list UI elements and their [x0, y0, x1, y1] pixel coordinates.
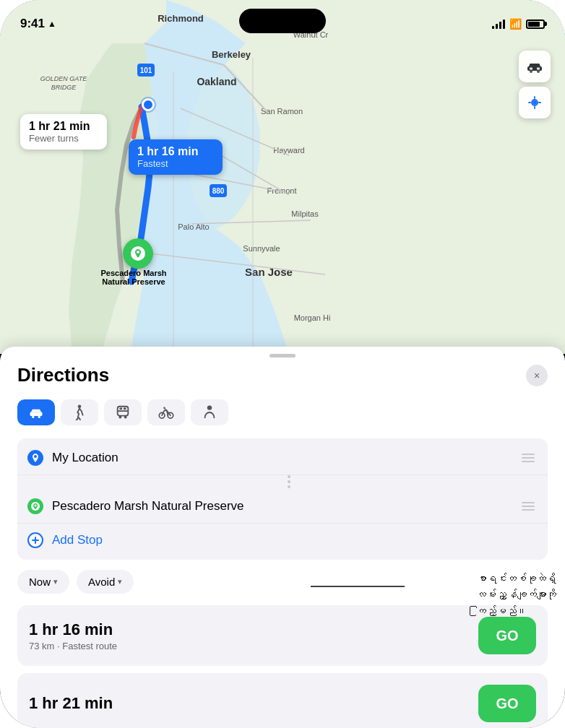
- avoid-label: Avoid: [88, 576, 115, 588]
- destination-handle-icon: [519, 499, 538, 514]
- current-location-dot: [142, 98, 155, 111]
- destination-label-text: Pescadero Marsh Natural Preserve: [52, 499, 510, 514]
- tab-transit[interactable]: [104, 399, 142, 425]
- tab-car[interactable]: [17, 399, 55, 425]
- close-icon: ×: [534, 370, 540, 381]
- destination-label: Pescadero Marsh Natural Preserve: [94, 269, 173, 286]
- svg-text:880: 880: [212, 187, 225, 195]
- go-label-2: GO: [496, 696, 518, 712]
- fastest-route-time: 1 hr 16 min: [137, 145, 214, 158]
- route-result-2[interactable]: 1 hr 21 min GO: [17, 673, 548, 728]
- route-result-1[interactable]: 1 hr 16 min 73 km · Fastest route GO: [17, 605, 548, 666]
- callout-annotation: စာရင်းတစ်ခုထဲရှိလမ်းညွှန်ချက်များကိုကြည့…: [477, 571, 556, 619]
- avoid-option[interactable]: Avoid ▾: [77, 570, 134, 594]
- map-car-view-button[interactable]: [519, 51, 551, 82]
- go-button-1[interactable]: GO: [478, 617, 536, 654]
- now-chevron-icon: ▾: [53, 577, 58, 586]
- route-label-fastest[interactable]: 1 hr 16 min Fastest: [129, 139, 223, 175]
- route-stops: My Location: [17, 438, 548, 560]
- bottom-sheet: Directions ×: [0, 347, 565, 728]
- battery-icon: [526, 20, 545, 29]
- svg-text:GOLDEN GATE: GOLDEN GATE: [40, 75, 87, 82]
- avoid-chevron-icon: ▾: [118, 577, 122, 586]
- svg-text:Sunnyvale: Sunnyvale: [243, 244, 280, 253]
- svg-point-39: [532, 100, 537, 105]
- svg-text:Oakland: Oakland: [197, 76, 236, 87]
- svg-rect-37: [530, 68, 532, 70]
- svg-rect-50: [119, 408, 122, 410]
- svg-point-55: [207, 405, 212, 410]
- directions-header: Directions ×: [17, 364, 548, 386]
- tab-walk[interactable]: [61, 399, 98, 425]
- fastest-route-desc: Fastest: [137, 158, 214, 169]
- go-label-1: GO: [496, 628, 518, 644]
- destination-pin[interactable]: [123, 238, 153, 269]
- svg-rect-51: [124, 408, 126, 410]
- status-icons: 📶: [492, 18, 545, 30]
- alt-route-desc: Fewer turns: [29, 133, 98, 144]
- stop-destination[interactable]: Pescadero Marsh Natural Preserve: [17, 490, 548, 524]
- tab-rideshare[interactable]: [191, 399, 228, 425]
- svg-point-35: [530, 70, 532, 73]
- add-stop-row[interactable]: Add Stop: [17, 524, 548, 557]
- location-stop-icon: [27, 450, 43, 466]
- stop-my-location[interactable]: My Location: [17, 441, 548, 475]
- svg-point-41: [32, 416, 34, 418]
- tab-bike[interactable]: [147, 399, 185, 425]
- route-label-alt[interactable]: 1 hr 21 min Fewer turns: [20, 114, 107, 150]
- route-time-2: 1 hr 21 min: [29, 694, 113, 713]
- map-location-button[interactable]: [519, 87, 551, 118]
- route-time-1: 1 hr 16 min: [29, 620, 117, 639]
- signal-bars-icon: [492, 19, 505, 29]
- svg-text:Milpitas: Milpitas: [291, 209, 319, 218]
- alt-route-time: 1 hr 21 min: [29, 120, 98, 133]
- destination-stop-icon: [27, 498, 43, 514]
- add-stop-icon: [27, 532, 43, 548]
- wifi-icon: 📶: [509, 18, 522, 30]
- svg-rect-40: [30, 412, 43, 416]
- map-svg: 101 880 Richmond Berkeley Walnut Cr Oakl…: [0, 0, 565, 354]
- now-label: Now: [29, 576, 51, 588]
- callout-text: စာရင်းတစ်ခုထဲရှိလမ်းညွှန်ချက်များကိုကြည့…: [477, 571, 556, 619]
- svg-text:•: •: [275, 270, 277, 277]
- dynamic-island: [239, 9, 326, 33]
- options-row: Now ▾ Avoid ▾: [17, 570, 548, 594]
- map-area[interactable]: 101 880 Richmond Berkeley Walnut Cr Oakl…: [0, 0, 565, 354]
- svg-text:BRIDGE: BRIDGE: [51, 84, 77, 91]
- route-info-1: 1 hr 16 min 73 km · Fastest route: [29, 620, 117, 651]
- add-stop-label: Add Stop: [52, 533, 538, 547]
- drag-handle[interactable]: [269, 354, 296, 358]
- go-button-2[interactable]: GO: [478, 685, 536, 722]
- phone-frame: 9:41 ▲ 📶: [0, 0, 565, 728]
- svg-text:Berkeley: Berkeley: [212, 49, 251, 60]
- svg-point-36: [537, 70, 540, 73]
- location-arrow-icon: ▲: [48, 19, 56, 29]
- svg-text:Morgan Hi: Morgan Hi: [294, 313, 331, 322]
- svg-rect-38: [537, 68, 540, 70]
- my-location-label: My Location: [52, 451, 510, 465]
- transport-tabs: [17, 399, 548, 425]
- svg-point-43: [78, 404, 82, 408]
- directions-title: Directions: [17, 364, 109, 386]
- route-info-2: 1 hr 21 min: [29, 694, 113, 713]
- status-time: 9:41: [20, 17, 45, 31]
- route-connector: [17, 475, 548, 490]
- svg-point-56: [31, 502, 40, 511]
- svg-text:101: 101: [140, 66, 152, 74]
- close-button[interactable]: ×: [526, 365, 548, 386]
- stop-handle-icon: [519, 451, 538, 465]
- route-detail-1: 73 km · Fastest route: [29, 641, 117, 651]
- now-option[interactable]: Now ▾: [17, 570, 69, 594]
- svg-point-54: [163, 407, 165, 409]
- svg-point-42: [38, 416, 40, 418]
